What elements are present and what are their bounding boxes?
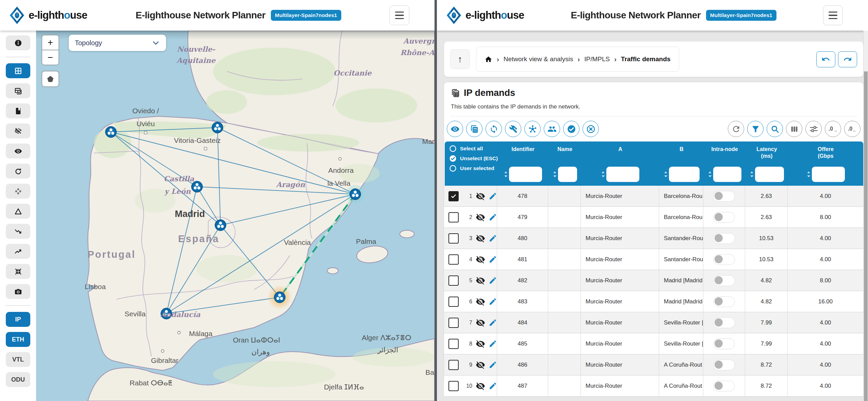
intra-node-toggle[interactable] bbox=[713, 317, 735, 328]
scrollbar-thumb[interactable] bbox=[864, 71, 868, 401]
zoom-out-button[interactable]: − bbox=[42, 50, 59, 65]
sidebar-item-move-icon[interactable] bbox=[6, 184, 30, 199]
window-resizer[interactable] bbox=[435, 0, 437, 401]
map-layer-select[interactable]: Topology bbox=[69, 35, 166, 51]
table-row[interactable]: 5482Murcia-RouterMadrid [Madrid4.828.00 bbox=[444, 270, 863, 291]
sliders-button[interactable] bbox=[805, 121, 822, 137]
menu-button[interactable] bbox=[823, 5, 843, 25]
column-label[interactable]: Latency(ms) bbox=[756, 146, 777, 161]
hide-row-eye-off-icon[interactable] bbox=[476, 381, 485, 391]
table-row[interactable]: 4481Murcia-RouterSantander-Rou10.534.00 bbox=[444, 249, 863, 270]
sidebar-item-grid-icon[interactable] bbox=[6, 63, 30, 78]
filter-input-latency[interactable] bbox=[755, 167, 784, 182]
row-checkbox[interactable] bbox=[448, 254, 459, 265]
sort-icon[interactable] bbox=[504, 171, 508, 178]
sync-button[interactable] bbox=[486, 121, 502, 137]
table-row[interactable]: 6483Murcia-RouterMadrid [Madrid4.8216.00 bbox=[444, 291, 863, 312]
sidebar-item-bookmark-icon[interactable] bbox=[6, 103, 30, 118]
hide-row-eye-off-icon[interactable] bbox=[476, 255, 485, 264]
edit-row-pencil-icon[interactable] bbox=[489, 234, 497, 243]
check-circle-button[interactable] bbox=[563, 121, 579, 137]
undo-button[interactable] bbox=[816, 51, 835, 67]
sidebar-item-collapse-icon[interactable] bbox=[6, 264, 30, 279]
map-canvas[interactable]: Nouvelle-AquitaineAuvergnRhône-AlpOccita… bbox=[36, 31, 435, 401]
calculator-button[interactable] bbox=[466, 121, 482, 137]
menu-button[interactable] bbox=[390, 5, 409, 25]
select-option-unselect-esc-[interactable]: Unselect (ESC) bbox=[449, 155, 497, 162]
edit-row-pencil-icon[interactable] bbox=[489, 361, 497, 369]
row-checkbox[interactable] bbox=[448, 318, 459, 328]
hide-row-eye-off-icon[interactable] bbox=[476, 297, 485, 306]
sidebar-item-camera-icon[interactable] bbox=[6, 284, 30, 299]
table-row[interactable]: 3480Murcia-RouterSantander-Rou10.534.00 bbox=[444, 228, 863, 249]
table-row[interactable]: 2479Murcia-RouterBarcelona-Rou2.638.00 bbox=[444, 207, 863, 228]
row-checkbox[interactable] bbox=[448, 233, 459, 244]
sidebar-item-eth[interactable]: ETH bbox=[6, 332, 30, 347]
columns-button[interactable] bbox=[786, 121, 802, 137]
filter-input-b[interactable] bbox=[669, 167, 700, 182]
breadcrumb-item-traffic-demands[interactable]: Traffic demands bbox=[621, 55, 671, 63]
edit-row-pencil-icon[interactable] bbox=[489, 297, 497, 306]
decimal-right-button[interactable]: .0→ bbox=[825, 121, 841, 137]
edit-row-pencil-icon[interactable] bbox=[489, 382, 497, 390]
breadcrumb-item-ip-mpls[interactable]: IP/MPLS bbox=[584, 55, 610, 63]
sidebar-item-layers-off-icon[interactable] bbox=[6, 123, 30, 138]
edit-row-pencil-icon[interactable] bbox=[489, 255, 497, 264]
filter-input-identifier[interactable] bbox=[509, 167, 542, 182]
vertical-scrollbar[interactable] bbox=[863, 31, 868, 401]
hide-row-eye-off-icon[interactable] bbox=[476, 213, 485, 222]
sidebar-item-trend-down-icon[interactable] bbox=[6, 224, 30, 239]
hide-row-eye-off-icon[interactable] bbox=[476, 234, 485, 243]
sort-icon[interactable] bbox=[601, 171, 605, 178]
row-checkbox[interactable] bbox=[448, 212, 459, 222]
hide-row-eye-off-icon[interactable] bbox=[476, 276, 485, 285]
sort-icon[interactable] bbox=[553, 171, 557, 178]
sort-icon[interactable] bbox=[708, 171, 712, 178]
row-checkbox[interactable] bbox=[448, 297, 459, 307]
intra-node-toggle[interactable] bbox=[713, 360, 735, 370]
table-row[interactable]: 8485Murcia-RouterSevilla-Router [7.994.0… bbox=[444, 333, 863, 354]
filter-button[interactable] bbox=[747, 121, 764, 137]
sidebar-item-odu[interactable]: ODU bbox=[6, 372, 30, 387]
users-button[interactable] bbox=[544, 121, 560, 137]
intra-node-toggle[interactable] bbox=[713, 381, 735, 391]
sidebar-item-redo-icon[interactable] bbox=[6, 164, 30, 179]
edit-row-pencil-icon[interactable] bbox=[489, 339, 497, 348]
decimal-left-button[interactable]: .0← bbox=[844, 121, 861, 137]
column-label[interactable]: A bbox=[618, 146, 622, 161]
hub-button[interactable] bbox=[524, 121, 541, 137]
table-row[interactable]: 1478Murcia-RouterBarcelona-Rou2.634.00 bbox=[444, 186, 863, 207]
column-label[interactable]: Identifier bbox=[511, 146, 535, 161]
intra-node-toggle[interactable] bbox=[713, 338, 735, 349]
sort-icon[interactable] bbox=[664, 171, 668, 178]
intra-node-toggle[interactable] bbox=[713, 233, 735, 244]
sort-icon[interactable] bbox=[750, 171, 754, 178]
map-node-barcelona[interactable] bbox=[346, 185, 364, 203]
polygon-tool-button[interactable] bbox=[42, 71, 59, 87]
row-checkbox[interactable] bbox=[448, 275, 459, 286]
hide-row-eye-off-icon[interactable] bbox=[476, 318, 485, 328]
sidebar-item-ip[interactable]: IP bbox=[6, 312, 30, 327]
redo-button[interactable] bbox=[838, 51, 857, 67]
intra-node-toggle[interactable] bbox=[713, 275, 735, 286]
sort-icon[interactable] bbox=[807, 171, 810, 178]
column-label[interactable]: Offere(Gbps bbox=[818, 146, 834, 161]
edit-row-pencil-icon[interactable] bbox=[489, 192, 497, 200]
table-row[interactable]: 10487Murcia-RouterA Coruña-Rout8.724.00 bbox=[444, 375, 863, 397]
intra-node-toggle[interactable] bbox=[713, 191, 735, 202]
table-row[interactable]: 7484Murcia-RouterSevilla-Router [7.994.0… bbox=[444, 312, 863, 333]
sidebar-item-triangle-icon[interactable] bbox=[6, 204, 30, 219]
filter-input-offere[interactable] bbox=[812, 167, 845, 182]
sidebar-item-eye-icon[interactable] bbox=[6, 144, 30, 158]
column-label[interactable]: Intra-node bbox=[711, 146, 738, 161]
map-node-coruna[interactable] bbox=[105, 127, 117, 138]
navigate-up-button[interactable]: ↑ bbox=[450, 49, 470, 69]
intra-node-toggle[interactable] bbox=[713, 296, 735, 307]
filter-input-name[interactable] bbox=[558, 167, 577, 182]
row-checkbox[interactable] bbox=[448, 360, 459, 370]
sidebar-item-windows-icon[interactable] bbox=[6, 83, 30, 98]
search-button[interactable] bbox=[767, 121, 783, 137]
hide-row-eye-off-icon[interactable] bbox=[476, 339, 485, 349]
filter-input-a[interactable] bbox=[606, 167, 639, 182]
tools-button[interactable] bbox=[505, 121, 521, 137]
